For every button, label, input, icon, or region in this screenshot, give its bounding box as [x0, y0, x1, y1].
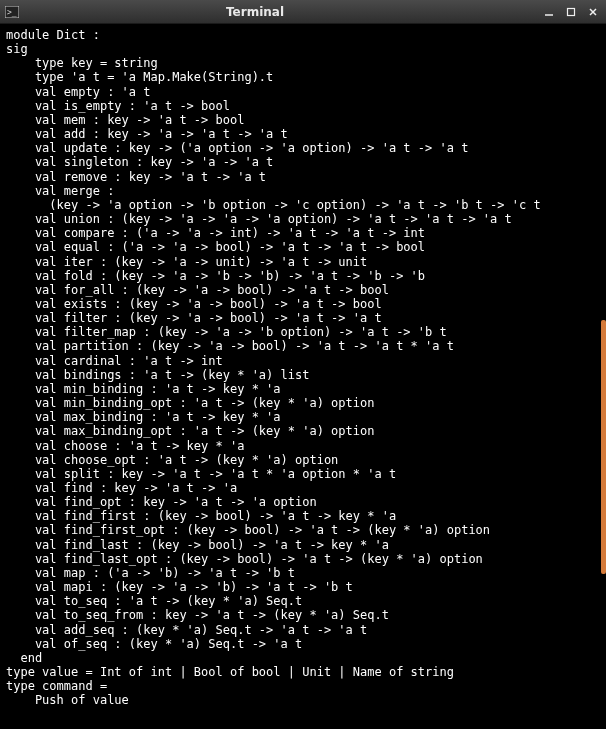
- terminal-line: type key = string: [6, 56, 606, 70]
- terminal-viewport[interactable]: module Dict :sig type key = string type …: [0, 24, 606, 729]
- terminal-line: val add_seq : (key * 'a) Seq.t -> 'a t -…: [6, 623, 606, 637]
- terminal-line: (key -> 'a option -> 'b option -> 'c opt…: [6, 198, 606, 212]
- terminal-line: val filter_map : (key -> 'a -> 'b option…: [6, 325, 606, 339]
- terminal-line: val add : key -> 'a -> 'a t -> 'a t: [6, 127, 606, 141]
- terminal-line: val cardinal : 'a t -> int: [6, 354, 606, 368]
- terminal-line: val max_binding : 'a t -> key * 'a: [6, 410, 606, 424]
- svg-rect-3: [568, 8, 575, 15]
- terminal-line: val choose_opt : 'a t -> (key * 'a) opti…: [6, 453, 606, 467]
- terminal-line: val min_binding_opt : 'a t -> (key * 'a)…: [6, 396, 606, 410]
- terminal-line: end: [6, 651, 606, 665]
- terminal-line: val map : ('a -> 'b) -> 'a t -> 'b t: [6, 566, 606, 580]
- terminal-line: val filter : (key -> 'a -> bool) -> 'a t…: [6, 311, 606, 325]
- terminal-line: val empty : 'a t: [6, 85, 606, 99]
- close-button[interactable]: [584, 4, 602, 20]
- window-title: Terminal: [0, 5, 540, 19]
- terminal-line: val of_seq : (key * 'a) Seq.t -> 'a t: [6, 637, 606, 651]
- terminal-line: type value = Int of int | Bool of bool |…: [6, 665, 606, 679]
- terminal-line: val find_opt : key -> 'a t -> 'a option: [6, 495, 606, 509]
- terminal-line: val mem : key -> 'a t -> bool: [6, 113, 606, 127]
- terminal-line: val for_all : (key -> 'a -> bool) -> 'a …: [6, 283, 606, 297]
- window-titlebar: >_ Terminal: [0, 0, 606, 24]
- terminal-line: val find : key -> 'a t -> 'a: [6, 481, 606, 495]
- maximize-button[interactable]: [562, 4, 580, 20]
- terminal-line: val choose : 'a t -> key * 'a: [6, 439, 606, 453]
- terminal-line: val find_first_opt : (key -> bool) -> 'a…: [6, 523, 606, 537]
- minimize-button[interactable]: [540, 4, 558, 20]
- terminal-line: type command =: [6, 679, 606, 693]
- terminal-line: val singleton : key -> 'a -> 'a t: [6, 155, 606, 169]
- terminal-line: type 'a t = 'a Map.Make(String).t: [6, 70, 606, 84]
- terminal-line: val bindings : 'a t -> (key * 'a) list: [6, 368, 606, 382]
- terminal-line: Push of value: [6, 693, 606, 707]
- terminal-line: val remove : key -> 'a t -> 'a t: [6, 170, 606, 184]
- scrollbar-thumb[interactable]: [601, 320, 606, 574]
- terminal-line: sig: [6, 42, 606, 56]
- terminal-line: val to_seq_from : key -> 'a t -> (key * …: [6, 608, 606, 622]
- terminal-line: val exists : (key -> 'a -> bool) -> 'a t…: [6, 297, 606, 311]
- terminal-line: val compare : ('a -> 'a -> int) -> 'a t …: [6, 226, 606, 240]
- terminal-line: val find_last : (key -> bool) -> 'a t ->…: [6, 538, 606, 552]
- terminal-line: val merge :: [6, 184, 606, 198]
- terminal-line: val max_binding_opt : 'a t -> (key * 'a)…: [6, 424, 606, 438]
- terminal-line: val split : key -> 'a t -> 'a t * 'a opt…: [6, 467, 606, 481]
- terminal-line: val find_first : (key -> bool) -> 'a t -…: [6, 509, 606, 523]
- terminal-line: val partition : (key -> 'a -> bool) -> '…: [6, 339, 606, 353]
- terminal-line: val iter : (key -> 'a -> unit) -> 'a t -…: [6, 255, 606, 269]
- terminal-line: val update : key -> ('a option -> 'a opt…: [6, 141, 606, 155]
- terminal-line: val find_last_opt : (key -> bool) -> 'a …: [6, 552, 606, 566]
- window-controls: [540, 4, 602, 20]
- terminal-line: val union : (key -> 'a -> 'a -> 'a optio…: [6, 212, 606, 226]
- terminal-line: val min_binding : 'a t -> key * 'a: [6, 382, 606, 396]
- terminal-line: val to_seq : 'a t -> (key * 'a) Seq.t: [6, 594, 606, 608]
- terminal-line: val equal : ('a -> 'a -> bool) -> 'a t -…: [6, 240, 606, 254]
- terminal-line: val mapi : (key -> 'a -> 'b) -> 'a t -> …: [6, 580, 606, 594]
- terminal-line: module Dict :: [6, 28, 606, 42]
- scrollbar-track[interactable]: [600, 24, 606, 729]
- terminal-line: val is_empty : 'a t -> bool: [6, 99, 606, 113]
- terminal-line: val fold : (key -> 'a -> 'b -> 'b) -> 'a…: [6, 269, 606, 283]
